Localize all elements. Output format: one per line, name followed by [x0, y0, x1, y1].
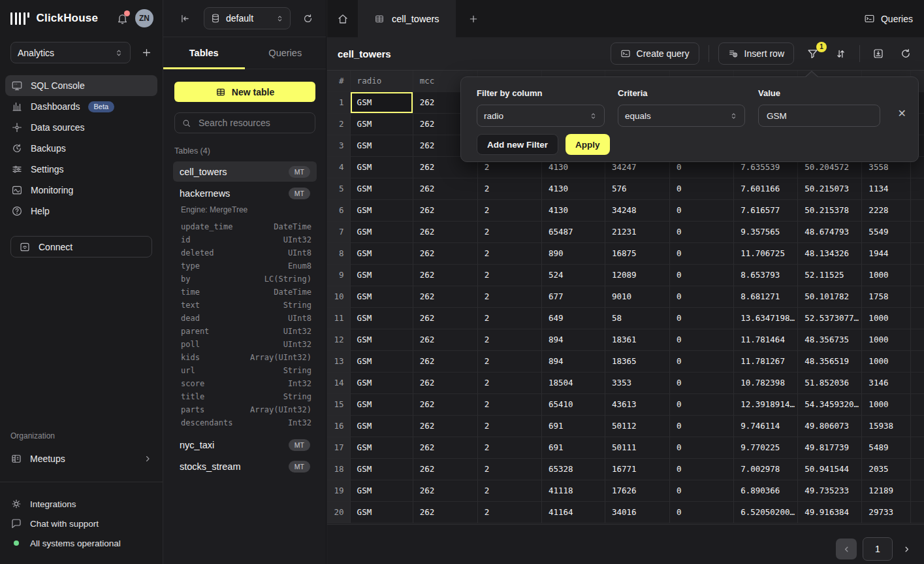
table-cell[interactable]: 50112 — [605, 416, 670, 437]
apply-filter-button[interactable]: Apply — [566, 134, 610, 155]
table-cell[interactable]: 9.746114 — [734, 416, 798, 437]
table-cell[interactable]: 262 — [413, 459, 478, 480]
table-cell[interactable]: 18365 — [605, 351, 670, 373]
table-cell[interactable]: 2 — [478, 480, 542, 502]
tab-tables[interactable]: Tables — [163, 37, 245, 69]
add-workspace-button[interactable] — [141, 47, 152, 58]
table-cell[interactable]: 7.002978 — [734, 459, 798, 480]
table-cell[interactable]: 1000 — [862, 351, 911, 373]
table-cell[interactable]: 65410 — [542, 394, 605, 416]
table-cell[interactable]: 0 — [670, 178, 734, 200]
table-cell[interactable]: 50111 — [605, 437, 670, 459]
table-cell[interactable]: 49.916384 — [798, 502, 862, 523]
new-tab-button[interactable] — [456, 0, 491, 37]
table-cell[interactable]: 262 — [413, 308, 478, 329]
table-cell[interactable]: 11.781267 — [734, 351, 798, 373]
table-cell[interactable]: 49.735233 — [798, 480, 862, 502]
table-cell[interactable]: 0 — [670, 373, 734, 394]
table-cell[interactable]: 18361 — [605, 329, 670, 351]
queries-button[interactable]: Queries — [853, 0, 924, 37]
table-cell[interactable]: GSM — [351, 459, 413, 480]
create-query-button[interactable]: Create query — [611, 42, 699, 65]
sidebar-item-integrations[interactable]: Integrations — [10, 494, 157, 514]
table-cell[interactable]: 8.681271 — [734, 286, 798, 308]
table-cell[interactable]: GSM — [351, 200, 413, 222]
collapse-panel-icon[interactable] — [180, 13, 191, 24]
sort-button[interactable] — [831, 48, 850, 60]
table-cell[interactable]: 50.941544 — [798, 459, 862, 480]
table-cell[interactable]: 50.101782 — [798, 286, 862, 308]
table-cell[interactable]: 65487 — [542, 222, 605, 243]
table-item-cell-towers[interactable]: cell_towers MT — [173, 161, 317, 182]
table-cell[interactable]: 2 — [478, 265, 542, 286]
table-cell[interactable]: 12089 — [605, 265, 670, 286]
sidebar-item-chat-with-support[interactable]: Chat with support — [10, 514, 157, 533]
table-cell[interactable]: 51.852036 — [798, 373, 862, 394]
sidebar-item-all-systems-operational[interactable]: All systems operational — [10, 533, 157, 553]
table-cell[interactable]: 10.782398 — [734, 373, 798, 394]
workspace-select[interactable]: Analytics — [10, 42, 131, 63]
table-cell[interactable]: 41164 — [542, 502, 605, 523]
table-cell[interactable]: 50.215378 — [798, 200, 862, 222]
table-cell[interactable]: 16771 — [605, 459, 670, 480]
table-cell[interactable]: 4130 — [542, 178, 605, 200]
new-table-button[interactable]: New table — [174, 82, 315, 102]
table-cell[interactable]: 52.5373077… — [798, 308, 862, 329]
table-cell[interactable]: 890 — [542, 243, 605, 265]
table-cell[interactable]: 65328 — [542, 459, 605, 480]
table-cell[interactable]: 5489 — [862, 437, 911, 459]
table-cell[interactable]: GSM — [351, 286, 413, 308]
table-cell[interactable]: 1000 — [862, 265, 911, 286]
download-button[interactable] — [869, 48, 887, 59]
filter-column-select[interactable]: radio — [477, 105, 605, 127]
table-cell[interactable]: 5549 — [862, 222, 911, 243]
table-cell[interactable]: 0 — [670, 243, 734, 265]
table-cell[interactable]: 262 — [413, 502, 478, 523]
filter-value-field[interactable] — [758, 105, 880, 127]
table-cell[interactable]: GSM — [351, 416, 413, 437]
table-cell[interactable]: 21231 — [605, 222, 670, 243]
table-cell[interactable]: 34016 — [605, 502, 670, 523]
table-cell[interactable]: 649 — [542, 308, 605, 329]
database-select[interactable]: default — [204, 7, 291, 29]
table-cell[interactable]: 0 — [670, 351, 734, 373]
previous-page-button[interactable] — [836, 539, 857, 559]
table-item-hackernews[interactable]: hackernews MT — [173, 183, 317, 203]
table-cell[interactable]: 0 — [670, 437, 734, 459]
table-cell[interactable]: 576 — [605, 178, 670, 200]
table-cell[interactable]: 34248 — [605, 200, 670, 222]
table-cell[interactable]: 2 — [478, 200, 542, 222]
table-cell[interactable]: 6.890366 — [734, 480, 798, 502]
table-cell[interactable]: 43613 — [605, 394, 670, 416]
sidebar-item-sql-console[interactable]: SQL Console — [5, 75, 157, 96]
table-cell[interactable]: 2 — [478, 459, 542, 480]
table-cell[interactable]: 8.653793 — [734, 265, 798, 286]
table-cell[interactable]: 9010 — [605, 286, 670, 308]
table-cell[interactable]: 9.770225 — [734, 437, 798, 459]
table-cell[interactable]: 13.6347198… — [734, 308, 798, 329]
table-cell[interactable]: 894 — [542, 329, 605, 351]
table-cell[interactable]: 262 — [413, 222, 478, 243]
table-cell[interactable]: 29733 — [862, 502, 911, 523]
table-cell[interactable]: 1000 — [862, 394, 911, 416]
add-new-filter-button[interactable]: Add new Filter — [477, 134, 558, 155]
table-cell[interactable]: 894 — [542, 351, 605, 373]
table-cell[interactable]: 262 — [413, 200, 478, 222]
table-cell[interactable]: GSM — [351, 157, 413, 178]
table-cell[interactable]: 262 — [413, 329, 478, 351]
table-cell[interactable]: GSM — [351, 222, 413, 243]
table-item-nyc-taxi[interactable]: nyc_taxi MT — [173, 435, 317, 455]
refresh-button[interactable] — [897, 48, 915, 59]
criteria-select[interactable]: equals — [618, 105, 745, 127]
table-cell[interactable]: 262 — [413, 416, 478, 437]
filter-button[interactable]: 1 — [803, 48, 822, 60]
table-cell[interactable]: 1944 — [862, 243, 911, 265]
table-cell[interactable]: 0 — [670, 502, 734, 523]
table-cell[interactable]: 3353 — [605, 373, 670, 394]
table-cell[interactable]: 3146 — [862, 373, 911, 394]
table-cell[interactable]: 4130 — [542, 200, 605, 222]
refresh-resources-icon[interactable] — [302, 13, 313, 24]
table-cell[interactable]: 52.11525 — [798, 265, 862, 286]
table-cell[interactable]: 54.3459320… — [798, 394, 862, 416]
avatar[interactable]: ZN — [135, 9, 153, 27]
